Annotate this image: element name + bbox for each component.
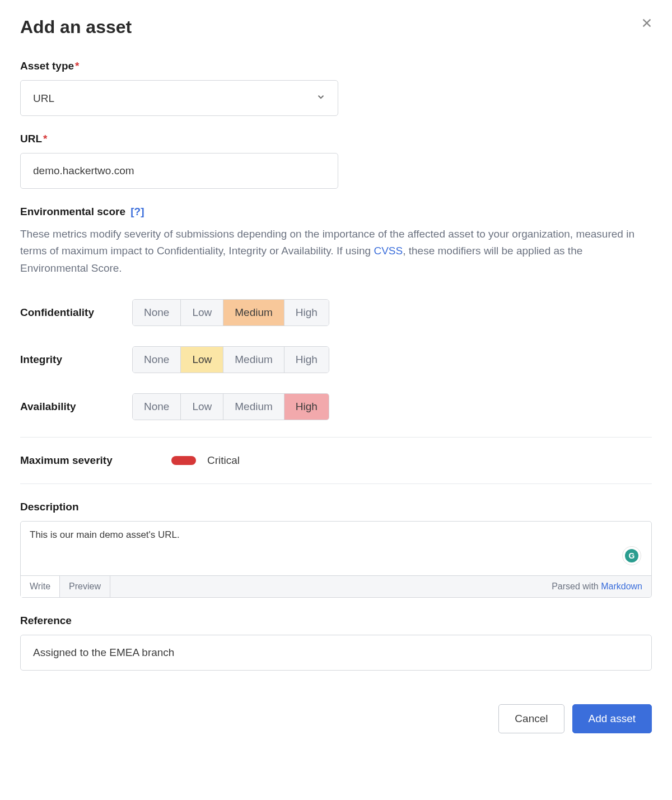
asset-type-select[interactable]: URL [20,80,338,116]
availability-toggle: None Low Medium High [132,393,329,420]
grammarly-icon[interactable]: G [622,546,641,565]
integrity-none[interactable]: None [133,347,181,373]
max-severity-row: Maximum severity Critical [20,454,652,467]
modal-title: Add an asset [20,17,652,38]
env-score-group: Environmental score [?] These metrics mo… [20,206,652,420]
asset-type-label: Asset type* [20,60,652,72]
parsed-info: Parsed with Markdown [543,576,651,597]
url-label: URL* [20,133,652,145]
confidentiality-low[interactable]: Low [181,300,223,325]
availability-low[interactable]: Low [181,394,223,420]
max-severity-value: Critical [207,454,240,467]
cvss-link[interactable]: CVSS [374,245,403,257]
availability-medium[interactable]: Medium [223,394,284,420]
confidentiality-label: Confidentiality [20,306,132,319]
required-indicator: * [75,60,79,72]
reference-group: Reference [20,615,652,671]
confidentiality-toggle: None Low Medium High [132,299,329,326]
url-group: URL* [20,133,652,189]
description-group: Description G Write Preview Parsed with … [20,501,652,598]
availability-high[interactable]: High [284,394,329,420]
max-severity-label: Maximum severity [20,454,171,467]
preview-tab[interactable]: Preview [60,576,110,597]
env-score-description: These metrics modify severity of submiss… [20,226,652,277]
integrity-high[interactable]: High [284,347,329,373]
confidentiality-high[interactable]: High [284,300,329,325]
required-indicator: * [43,133,47,145]
confidentiality-row: Confidentiality None Low Medium High [20,299,652,326]
asset-type-group: Asset type* URL [20,60,652,116]
close-button[interactable] [638,15,655,33]
write-tab[interactable]: Write [21,576,60,597]
divider [20,483,652,484]
confidentiality-medium[interactable]: Medium [223,300,284,325]
integrity-low[interactable]: Low [181,347,223,373]
url-input[interactable] [20,153,338,189]
help-link[interactable]: [?] [130,206,144,217]
add-asset-modal: Add an asset Asset type* URL URL* Enviro… [0,0,672,754]
availability-row: Availability None Low Medium High [20,393,652,420]
severity-pill-icon [171,456,196,465]
availability-none[interactable]: None [133,394,181,420]
reference-label: Reference [20,615,652,627]
reference-input[interactable] [20,635,652,671]
integrity-medium[interactable]: Medium [223,347,284,373]
env-score-heading: Environmental score [?] [20,206,652,218]
integrity-label: Integrity [20,354,132,366]
integrity-row: Integrity None Low Medium High [20,346,652,373]
integrity-toggle: None Low Medium High [132,346,329,373]
availability-label: Availability [20,401,132,413]
description-label: Description [20,501,652,513]
markdown-link[interactable]: Markdown [601,582,642,591]
divider [20,437,652,438]
add-asset-button[interactable]: Add asset [572,704,652,733]
close-icon [641,22,653,31]
confidentiality-none[interactable]: None [133,300,181,325]
description-textarea[interactable] [21,522,651,573]
footer-actions: Cancel Add asset [20,704,652,733]
cancel-button[interactable]: Cancel [498,704,564,733]
